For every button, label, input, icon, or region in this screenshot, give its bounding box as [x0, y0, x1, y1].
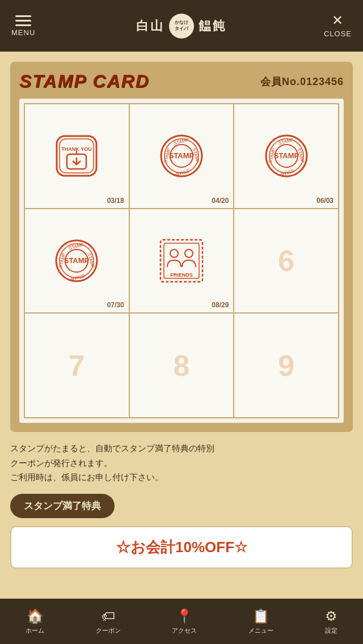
nav-label-menu: メニュー: [248, 626, 273, 635]
settings-icon: ⚙: [325, 608, 337, 624]
stamp-card: STAMP CARD 会員No.0123456 THANK YOU: [10, 62, 353, 432]
stamp-circle-2: STAMP STAMP STAMP STAMP STAMP: [156, 130, 207, 181]
stamp-date-2: 04/20: [212, 197, 229, 205]
stamp-date-3: 06/03: [316, 197, 334, 205]
coupon-text: ☆お会計10%OFF☆: [116, 539, 247, 556]
header: MENU 白山 かなけタイパ 饂飩 ✕ CLOSE: [0, 0, 363, 52]
svg-rect-0: [57, 136, 96, 176]
stamp-date-1: 03/18: [107, 197, 124, 205]
nav-item-home[interactable]: 🏠 ホーム: [26, 608, 44, 635]
nav-item-access[interactable]: 📍 アクセス: [172, 608, 197, 635]
home-icon: 🏠: [27, 608, 44, 624]
stamp-number-8: 8: [174, 349, 190, 383]
stamp-number-7: 7: [69, 349, 85, 383]
close-label: CLOSE: [324, 29, 352, 38]
coupon-box: ☆お会計10%OFF☆: [10, 526, 353, 569]
stamp-number-9: 9: [278, 349, 294, 383]
close-icon: ✕: [332, 14, 343, 27]
benefit-button[interactable]: スタンプ満了特典: [10, 494, 115, 518]
stamp-cell-8: 8: [129, 313, 234, 418]
stamp-grid: THANK YOU 03/18 STAMP STA: [24, 103, 339, 418]
stamp-cell-4: STAMP STAMP STAMP STAMP STAMP 07/30: [24, 209, 129, 313]
nav-label-home: ホーム: [26, 626, 44, 635]
hamburger-icon: [15, 15, 31, 26]
bottom-nav: 🏠 ホーム 🏷 クーポン 📍 アクセス 📋 メニュー ⚙ 設定: [0, 599, 363, 644]
logo-circle: かなけタイパ: [169, 14, 194, 39]
stamp-circle-3: STAMP STAMP STAMP STAMP STAMP: [261, 130, 312, 181]
menu-button[interactable]: MENU: [11, 15, 35, 37]
title-right: 饂飩: [199, 18, 227, 35]
svg-text:FRIENDS: FRIENDS: [170, 272, 193, 278]
stamp-cell-3: STAMP STAMP STAMP STAMP STAMP 06/03: [234, 104, 339, 209]
friends-stamp: FRIENDS: [156, 235, 207, 286]
nav-item-coupon[interactable]: 🏷 クーポン: [96, 608, 121, 635]
stamp-card-title: STAMP CARD: [19, 71, 150, 92]
stamp-cell-2: STAMP STAMP STAMP STAMP STAMP 04/20: [129, 104, 234, 209]
nav-label-access: アクセス: [172, 626, 197, 635]
description-text: スタンプがたまると、自動でスタンプ満了特典の特別クーポンが発行されます。ご利用時…: [10, 441, 353, 485]
svg-point-33: [185, 249, 193, 257]
nav-item-settings[interactable]: ⚙ 設定: [325, 608, 337, 635]
svg-point-32: [170, 249, 178, 257]
member-number: 会員No.0123456: [260, 75, 344, 88]
header-title: 白山 かなけタイパ 饂飩: [136, 14, 227, 39]
svg-text:STAMP: STAMP: [169, 151, 195, 160]
stamp-cell-9: 9: [234, 313, 339, 418]
close-button[interactable]: ✕ CLOSE: [324, 14, 352, 38]
main-content: STAMP CARD 会員No.0123456 THANK YOU: [0, 52, 363, 599]
stamp-card-header: STAMP CARD 会員No.0123456: [19, 71, 344, 92]
nav-item-menu[interactable]: 📋 メニュー: [248, 608, 273, 635]
nav-label-settings: 設定: [325, 626, 337, 635]
stamp-date-5: 08/29: [212, 301, 229, 309]
thank-you-stamp: THANK YOU: [51, 130, 102, 181]
access-icon: 📍: [176, 608, 193, 624]
stamp-number-6: 6: [278, 244, 294, 278]
svg-text:STAMP: STAMP: [64, 256, 90, 265]
svg-rect-1: [60, 139, 94, 173]
stamp-circle-4: STAMP STAMP STAMP STAMP STAMP: [51, 235, 102, 286]
nav-label-coupon: クーポン: [96, 626, 121, 635]
stamp-cell-5: FRIENDS 08/29: [129, 209, 234, 313]
stamp-date-4: 07/30: [107, 301, 124, 309]
stamp-cell-6: 6: [234, 209, 339, 313]
stamp-cell-7: 7: [24, 313, 129, 418]
menu-label: MENU: [11, 28, 35, 37]
title-left: 白山: [136, 18, 164, 35]
coupon-icon: 🏷: [102, 608, 115, 624]
menu-nav-icon: 📋: [252, 608, 269, 624]
stamp-grid-container: THANK YOU 03/18 STAMP STA: [19, 99, 344, 423]
stamp-cell-1: THANK YOU 03/18: [24, 104, 129, 209]
svg-text:STAMP: STAMP: [273, 151, 299, 160]
